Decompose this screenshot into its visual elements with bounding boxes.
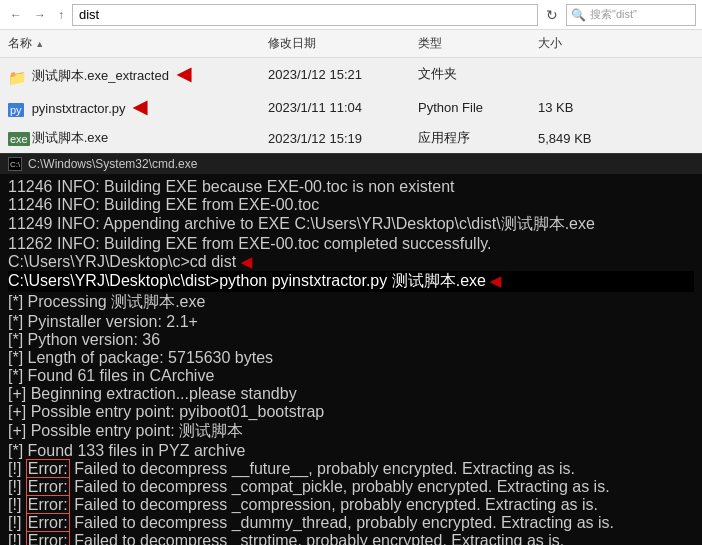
address-bar: ← → ↑ dist ↻ 🔍 搜索"dist" [0,0,702,30]
file-name: pyinstxtractor.py [32,101,126,116]
cmd-line: [!] Error: Failed to decompress _compres… [8,496,694,514]
file-name-cell: exe 测试脚本.exe [0,127,260,149]
search-placeholder: 搜索"dist" [590,7,637,22]
cmd-titlebar: C:\ C:\Windows\System32\cmd.exe [0,153,702,174]
file-name-cell: py pyinstxtractor.py ◀ [0,94,260,120]
cmd-arrow2: ◀ [490,273,501,289]
forward-button[interactable]: → [30,6,50,24]
file-type-cell: 文件夹 [410,63,530,85]
cmd-line: 11246 INFO: Building EXE because EXE-00.… [8,178,694,196]
file-name: 测试脚本.exe [32,130,109,145]
error-label: Error: [26,477,70,496]
cmd-icon: C:\ [8,157,22,171]
error-message: Failed to decompress _dummy_thread, prob… [70,514,614,531]
error-message: Failed to decompress _strptime, probably… [70,532,564,545]
exe-file-icon: exe [8,131,24,147]
cmd-line: [*] Found 61 files in CArchive [8,367,694,385]
search-box[interactable]: 🔍 搜索"dist" [566,4,696,26]
file-explorer: ← → ↑ dist ↻ 🔍 搜索"dist" 名称 ▲ 修改日期 类型 大小 … [0,0,702,153]
cmd-line: 11246 INFO: Building EXE from EXE-00.toc [8,196,694,214]
file-size-cell: 5,849 KB [530,129,610,148]
cmd-line: [!] Error: Failed to decompress _dummy_t… [8,514,694,532]
refresh-button[interactable]: ↻ [542,5,562,25]
error-prefix: [!] [8,478,26,495]
cmd-line: [*] Processing 测试脚本.exe [8,292,694,313]
error-prefix: [!] [8,460,26,477]
cmd-line: [*] Length of package: 5715630 bytes [8,349,694,367]
cmd-line: [+] Beginning extraction...please standb… [8,385,694,403]
path-text: dist [79,7,99,22]
col-name-label: 名称 [8,36,32,50]
error-label: Error: [26,459,70,478]
file-row[interactable]: exe 测试脚本.exe 2023/1/12 15:19 应用程序 5,849 … [0,124,702,153]
cmd-title: C:\Windows\System32\cmd.exe [28,157,197,171]
file-date-cell: 2023/1/12 15:19 [260,129,410,148]
file-size-cell: 13 KB [530,98,610,117]
file-row[interactable]: py pyinstxtractor.py ◀ 2023/1/11 11:04 P… [0,91,702,124]
red-arrow-annotation: ◀ [133,97,147,117]
error-label: Error: [26,495,70,514]
cmd-line: [!] Error: Failed to decompress _strptim… [8,532,694,545]
file-type-cell: 应用程序 [410,127,530,149]
cmd-line: [!] Error: Failed to decompress __future… [8,460,694,478]
red-arrow-annotation: ◀ [177,64,191,84]
file-size-cell [530,72,610,76]
cmd-line: C:\Users\YRJ\Desktop\c\dist>python pyins… [8,271,694,292]
python-file-icon: py [8,102,24,118]
path-box[interactable]: dist [72,4,538,26]
sort-arrow: ▲ [35,39,44,49]
error-message: Failed to decompress __future__, probabl… [70,460,575,477]
cmd-line: [*] Found 133 files in PYZ archive [8,442,694,460]
cmd-line: [+] Possible entry point: 测试脚本 [8,421,694,442]
cmd-line: 11249 INFO: Appending archive to EXE C:\… [8,214,694,235]
col-header-date[interactable]: 修改日期 [260,32,410,55]
file-type-cell: Python File [410,98,530,117]
cmd-line: [*] Python version: 36 [8,331,694,349]
file-row[interactable]: 📁 测试脚本.exe_extracted ◀ 2023/1/12 15:21 文… [0,58,702,91]
cmd-line: 11262 INFO: Building EXE from EXE-00.toc… [8,235,694,253]
cmd-line: [+] Possible entry point: pyiboot01_boot… [8,403,694,421]
folder-icon: 📁 [8,69,24,85]
error-label: Error: [26,531,70,545]
col-header-size[interactable]: 大小 [530,32,610,55]
up-button[interactable]: ↑ [54,6,68,24]
file-date-cell: 2023/1/12 15:21 [260,65,410,84]
file-name: 测试脚本.exe_extracted [32,68,169,83]
search-icon: 🔍 [571,8,586,22]
error-prefix: [!] [8,496,26,513]
cmd-line: [*] Pyinstaller version: 2.1+ [8,313,694,331]
file-table-header: 名称 ▲ 修改日期 类型 大小 [0,30,702,58]
cmd-line: [!] Error: Failed to decompress _compat_… [8,478,694,496]
error-prefix: [!] [8,532,26,545]
file-name-cell: 📁 测试脚本.exe_extracted ◀ [0,61,260,87]
error-label: Error: [26,513,70,532]
error-prefix: [!] [8,514,26,531]
back-button[interactable]: ← [6,6,26,24]
error-message: Failed to decompress _compat_pickle, pro… [70,478,610,495]
col-header-name[interactable]: 名称 ▲ [0,32,260,55]
cmd-container: C:\ C:\Windows\System32\cmd.exe 11246 IN… [0,153,702,545]
error-message: Failed to decompress _compression, proba… [70,496,598,513]
file-rows-container: 📁 测试脚本.exe_extracted ◀ 2023/1/12 15:21 文… [0,58,702,153]
col-header-type[interactable]: 类型 [410,32,530,55]
cmd-content: 11246 INFO: Building EXE because EXE-00.… [0,174,702,545]
file-date-cell: 2023/1/11 11:04 [260,98,410,117]
cmd-arrow: ◀ [241,254,252,270]
cmd-line: C:\Users\YRJ\Desktop\c>cd dist ◀ [8,253,694,271]
